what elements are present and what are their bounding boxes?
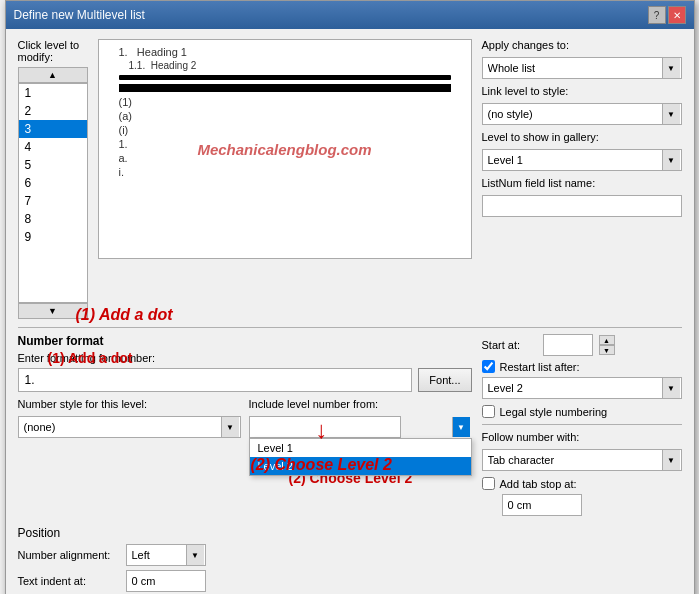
dialog-title: Define new Multilevel list	[14, 8, 145, 22]
level-list: 1 2 3 4 5 6 7 8 9	[18, 83, 88, 303]
apply-changes-dropdown[interactable]: Whole list This point forward	[482, 57, 682, 79]
level-item-2[interactable]: 2	[19, 102, 87, 120]
number-alignment-label: Number alignment:	[18, 549, 118, 561]
preview-line-3: (1)	[119, 96, 461, 108]
add-tab-stop-row: Add tab stop at:	[482, 477, 682, 490]
level-gallery-label: Level to show in gallery:	[482, 131, 682, 143]
divider-1	[18, 327, 682, 328]
level-item-8[interactable]: 8	[19, 210, 87, 228]
number-style-dropdown-container: (none) 1, 2, 3, ... ▼	[18, 416, 241, 438]
legal-style-checkbox[interactable]	[482, 405, 495, 418]
number-alignment-dropdown[interactable]: Left Center Right	[126, 544, 206, 566]
apply-changes-label: Apply changes to:	[482, 39, 682, 51]
apply-changes-group: Apply changes to: Whole list This point …	[482, 39, 682, 79]
right-panel: Apply changes to: Whole list This point …	[482, 39, 682, 319]
link-level-dropdown[interactable]: (no style)	[482, 103, 682, 125]
follow-number-dropdown[interactable]: Tab character Space Nothing	[482, 449, 682, 471]
include-option-level2[interactable]: Level 2	[250, 457, 471, 475]
spin-up-btn[interactable]: ▲	[599, 335, 615, 345]
number-alignment-row: Number alignment: Left Center Right ▼	[18, 544, 472, 566]
start-at-input[interactable]: i	[543, 334, 593, 356]
listnum-input[interactable]	[482, 195, 682, 217]
level-scroll-down[interactable]: ▼	[18, 303, 88, 319]
listnum-label: ListNum field list name:	[482, 177, 682, 189]
number-style-label: Number style for this level:	[18, 398, 241, 410]
include-level-input[interactable]	[249, 416, 401, 438]
text-indent-label: Text indent at:	[18, 575, 118, 587]
level-gallery-dropdown[interactable]: Level 1	[482, 149, 682, 171]
level-item-1[interactable]: 1	[19, 84, 87, 102]
level-item-3[interactable]: 3	[19, 120, 87, 138]
click-level-label: Click level to modify:	[18, 39, 88, 63]
restart-level-dropdown-container: Level 2 ▼	[482, 377, 682, 399]
follow-number-group: Follow number with: Tab character Space …	[482, 431, 682, 471]
include-level-label: Include level number from:	[249, 398, 472, 410]
top-section: Click level to modify: ▲ 1 2 3 4 5 6 7 8…	[18, 39, 682, 319]
position-section: Position Number alignment: Left Center R…	[18, 526, 472, 592]
preview-line-8: i.	[119, 166, 461, 178]
help-button[interactable]: ?	[648, 6, 666, 24]
divider-2	[482, 424, 682, 425]
preview-line-6: 1.	[119, 138, 461, 150]
preview-thick-line-1	[119, 75, 451, 80]
text-indent-input[interactable]	[126, 570, 206, 592]
number-alignment-dropdown-container: Left Center Right ▼	[126, 544, 206, 566]
link-level-label: Link level to style:	[482, 85, 682, 97]
preview-line-1: 1. Heading 1	[119, 46, 461, 58]
restart-list-checkbox[interactable]	[482, 360, 495, 373]
preview-line-7: a.	[119, 152, 461, 164]
nf-left: Number format Enter formatting for numbe…	[18, 334, 472, 594]
legal-style-label: Legal style numbering	[500, 406, 608, 418]
close-button[interactable]: ✕	[668, 6, 686, 24]
level-item-7[interactable]: 7	[19, 192, 87, 210]
include-level-dropdown-container: ▼ Level 1 Level 2	[249, 416, 472, 438]
restart-level-dropdown[interactable]: Level 2	[482, 377, 682, 399]
preview-line-2: 1.1. Heading 2	[129, 60, 461, 71]
start-at-row: Start at: i ▲ ▼	[482, 334, 682, 356]
number-style-dropdown[interactable]: (none) 1, 2, 3, ...	[18, 416, 241, 438]
text-indent-row: Text indent at:	[18, 570, 472, 592]
nf-right-section: Start at: i ▲ ▼ Restart list after: Leve…	[482, 334, 682, 594]
include-level-arrow-icon[interactable]: ▼	[452, 417, 470, 437]
include-level-dropdown-list: Level 1 Level 2	[249, 438, 472, 476]
number-style-group: Number style for this level: (none) 1, 2…	[18, 398, 241, 456]
preview-panel: 1. Heading 1 1.1. Heading 2 (1) (a) (i) …	[98, 39, 472, 259]
format-input[interactable]	[18, 368, 413, 392]
level-gallery-dropdown-container: Level 1 ▼	[482, 149, 682, 171]
start-at-label: Start at:	[482, 339, 537, 351]
level-gallery-group: Level to show in gallery: Level 1 ▼	[482, 131, 682, 171]
dialog-body: Click level to modify: ▲ 1 2 3 4 5 6 7 8…	[6, 29, 694, 594]
start-at-spinner: ▲ ▼	[599, 335, 615, 355]
font-button[interactable]: Font...	[418, 368, 471, 392]
number-format-title: Number format	[18, 334, 472, 348]
define-multilevel-dialog: Define new Multilevel list ? ✕ Click lev…	[5, 0, 695, 594]
enter-formatting-label: Enter formatting for number:	[18, 352, 472, 364]
restart-list-row: Restart list after:	[482, 360, 682, 373]
include-option-level1[interactable]: Level 1	[250, 439, 471, 457]
level-item-9[interactable]: 9	[19, 228, 87, 246]
link-level-dropdown-container: (no style) ▼	[482, 103, 682, 125]
level-panel: Click level to modify: ▲ 1 2 3 4 5 6 7 8…	[18, 39, 88, 319]
apply-changes-dropdown-container: Whole list This point forward ▼	[482, 57, 682, 79]
legal-style-row: Legal style numbering	[482, 405, 682, 418]
title-bar: Define new Multilevel list ? ✕	[6, 1, 694, 29]
listnum-group: ListNum field list name:	[482, 177, 682, 217]
follow-number-dropdown-container: Tab character Space Nothing ▼	[482, 449, 682, 471]
number-format-section: Number format Enter formatting for numbe…	[18, 334, 682, 594]
level-item-5[interactable]: 5	[19, 156, 87, 174]
preview-line-4: (a)	[119, 110, 461, 122]
level-item-4[interactable]: 4	[19, 138, 87, 156]
position-label: Position	[18, 526, 472, 540]
number-style-row: Number style for this level: (none) 1, 2…	[18, 398, 472, 456]
preview-line-5: (i)	[119, 124, 461, 136]
spin-down-btn[interactable]: ▼	[599, 345, 615, 355]
add-tab-stop-input[interactable]	[502, 494, 582, 516]
level-item-6[interactable]: 6	[19, 174, 87, 192]
follow-number-label: Follow number with:	[482, 431, 682, 443]
include-level-group: Include level number from: ▼ Level 1 Lev…	[249, 398, 472, 456]
format-input-row: Font... (1) Add a dot	[18, 368, 472, 392]
preview-thick-line-2	[119, 84, 451, 92]
title-bar-buttons: ? ✕	[648, 6, 686, 24]
restart-list-label: Restart list after:	[500, 361, 580, 373]
level-scroll-up[interactable]: ▲	[18, 67, 88, 83]
